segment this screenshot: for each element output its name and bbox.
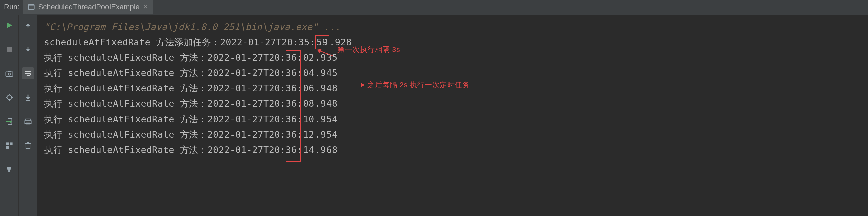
- console-line-4-suffix: .948: [315, 96, 338, 112]
- svg-rect-26: [27, 142, 29, 143]
- stop-icon: [6, 46, 13, 53]
- svg-rect-16: [27, 25, 28, 27]
- layout-button[interactable]: [3, 140, 16, 152]
- run-config-tab[interactable]: ScheduledThreadPoolExample ✕: [23, 0, 152, 14]
- previous-button[interactable]: [22, 19, 34, 31]
- svg-rect-14: [10, 142, 12, 145]
- console-line-5-sec: 10: [303, 113, 315, 126]
- svg-rect-4: [6, 72, 13, 77]
- console-line-5-suffix: .954: [315, 112, 338, 127]
- console-line-4-prefix: 执行 scheduleAtFixedRate 方法：2022-01-27T20:…: [44, 96, 303, 112]
- console-line-6-prefix: 执行 scheduleAtFixedRate 方法：2022-01-27T20:…: [44, 127, 303, 142]
- clear-all-button[interactable]: [22, 140, 34, 152]
- svg-point-6: [8, 73, 10, 75]
- console-line-7-prefix: 执行 scheduleAtFixedRate 方法：2022-01-27T20:…: [44, 142, 303, 158]
- svg-rect-23: [26, 123, 30, 125]
- application-icon: [28, 4, 35, 10]
- rerun-button[interactable]: [3, 19, 16, 31]
- run-label: Run:: [0, 3, 23, 11]
- svg-rect-15: [6, 146, 9, 149]
- svg-rect-20: [26, 100, 30, 101]
- console-line-1-sec: 02: [303, 52, 315, 64]
- print-button[interactable]: [22, 116, 34, 127]
- exit-button[interactable]: [3, 116, 16, 127]
- print-icon: [24, 118, 32, 125]
- trash-icon: [25, 142, 31, 149]
- soft-wrap-icon: [24, 69, 32, 78]
- console-line-6-sec: 12: [303, 128, 315, 141]
- console-line-3-sec: 06: [303, 82, 315, 95]
- scroll-to-end-icon: [24, 94, 32, 101]
- run-toolwindow-header: Run: ScheduledThreadPoolExample ✕: [0, 0, 868, 14]
- console-line-7-sec: 14: [303, 144, 315, 156]
- soft-wrap-button[interactable]: [22, 67, 34, 80]
- run-icon: [6, 22, 13, 29]
- console-line-7-suffix: .968: [315, 142, 338, 158]
- svg-rect-13: [6, 142, 9, 145]
- scroll-to-end-button[interactable]: [22, 91, 34, 103]
- console-output[interactable]: "C:\Program Files\Java\jdk1.8.0_251\bin\…: [37, 15, 868, 216]
- svg-rect-5: [8, 71, 11, 73]
- console-line-3-prefix: 执行 scheduleAtFixedRate 方法：2022-01-27T20:…: [44, 81, 303, 96]
- svg-rect-25: [25, 143, 31, 144]
- run-config-name: ScheduledThreadPoolExample: [38, 3, 139, 11]
- close-tab-button[interactable]: ✕: [143, 3, 148, 11]
- camera-icon: [5, 69, 13, 78]
- pin-icon: [6, 166, 13, 173]
- annotation-first-exec: 第一次执行相隔 3s: [317, 42, 400, 57]
- svg-point-7: [7, 95, 12, 100]
- svg-marker-18: [26, 74, 28, 76]
- pin-button[interactable]: [3, 163, 16, 176]
- annotation-interval: 之后每隔 2s 执行一次定时任务: [314, 78, 470, 93]
- svg-rect-0: [29, 4, 35, 9]
- bug-gear-icon: [5, 93, 13, 101]
- layout-icon: [6, 142, 13, 149]
- console-line-1-prefix: 执行 scheduleAtFixedRate 方法：2022-01-27T20:…: [44, 50, 303, 65]
- console-line-4-sec: 08: [303, 97, 315, 110]
- svg-marker-2: [7, 23, 12, 28]
- console-line-2-prefix: 执行 scheduleAtFixedRate 方法：2022-01-27T20:…: [44, 65, 303, 81]
- next-button[interactable]: [22, 43, 34, 55]
- console-command-line: "C:\Program Files\Java\jdk1.8.0_251\bin\…: [44, 19, 341, 35]
- console-line-2-sec: 04: [303, 67, 315, 80]
- console-line-6-suffix: .954: [315, 127, 338, 142]
- svg-rect-24: [26, 144, 30, 149]
- debug-config-button[interactable]: [3, 91, 16, 103]
- svg-rect-3: [7, 47, 12, 52]
- console-line-0-prefix: scheduleAtFixedRate 方法添加任务：2022-01-27T20…: [44, 35, 315, 50]
- arrow-up-icon: [25, 22, 31, 29]
- stop-button[interactable]: [3, 43, 16, 55]
- dump-threads-button[interactable]: [3, 67, 16, 80]
- console-toolbar: [19, 15, 37, 216]
- run-left-toolbar: [0, 15, 19, 216]
- exit-icon: [5, 118, 13, 126]
- console-line-5-prefix: 执行 scheduleAtFixedRate 方法：2022-01-27T20:…: [44, 112, 303, 127]
- arrow-down-icon: [25, 46, 31, 53]
- svg-rect-19: [27, 95, 28, 98]
